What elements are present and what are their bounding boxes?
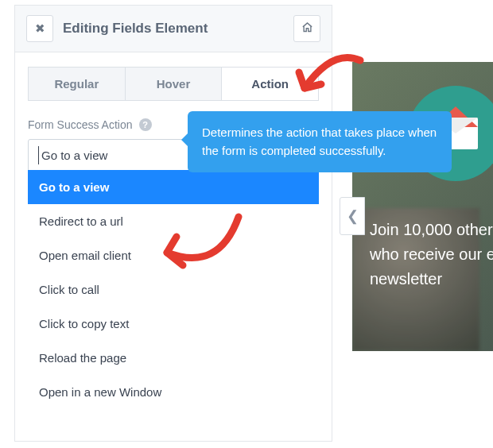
tab-action[interactable]: Action (222, 68, 318, 100)
option-go-to-view[interactable]: Go to a view (28, 170, 319, 204)
close-button[interactable]: ✖ (26, 15, 53, 42)
option-open-email[interactable]: Open email client (28, 238, 319, 272)
option-copy-text[interactable]: Click to copy text (28, 307, 319, 341)
close-icon: ✖ (35, 21, 45, 36)
panel-header: ✖ Editing Fields Element (15, 6, 332, 52)
tab-hover[interactable]: Hover (126, 68, 223, 100)
help-tooltip: Determines the action that takes place w… (188, 111, 452, 172)
collapse-preview-button[interactable]: ❮ (340, 197, 365, 235)
success-action-dropdown: Go to a view Redirect to a url Open emai… (28, 170, 319, 409)
chevron-left-icon: ❮ (347, 207, 359, 225)
option-reload-page[interactable]: Reload the page (28, 341, 319, 375)
text-cursor (38, 146, 39, 164)
help-icon[interactable]: ? (139, 118, 152, 131)
preview-pane: Join 10,000 other folks who receive our … (352, 62, 493, 351)
preview-headline: Join 10,000 other folks who receive our … (370, 218, 493, 292)
editing-panel: ✖ Editing Fields Element Regular Hover A… (14, 5, 332, 442)
style-tabs: Regular Hover Action (28, 67, 319, 101)
field-label: Form Success Action (28, 118, 133, 131)
option-new-window[interactable]: Open in a new Window (28, 375, 319, 409)
option-redirect-url[interactable]: Redirect to a url (28, 204, 319, 238)
home-icon (301, 21, 313, 36)
panel-title: Editing Fields Element (63, 21, 208, 37)
select-value: Go to a view (41, 149, 107, 162)
option-click-to-call[interactable]: Click to call (28, 272, 319, 307)
tab-regular[interactable]: Regular (29, 68, 126, 100)
home-button[interactable] (293, 15, 320, 42)
